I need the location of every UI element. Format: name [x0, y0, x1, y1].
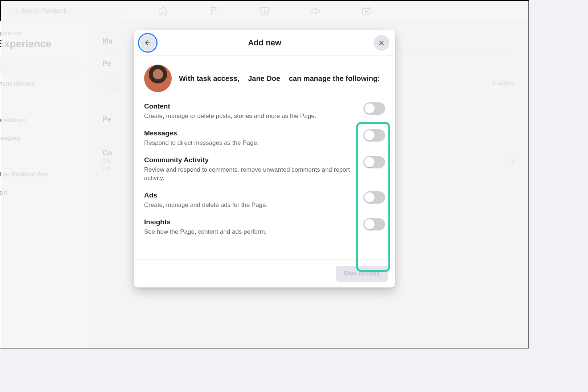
search-input[interactable]: Search Facebook: [7, 4, 123, 18]
avatar: [102, 73, 123, 93]
sidebar-item[interactable]: e Management History: [0, 75, 81, 93]
breadcrumb: New Pages Experience: [0, 30, 81, 36]
sidebar-item[interactable]: anced Messaging: [0, 130, 81, 147]
flag-icon[interactable]: [207, 4, 221, 18]
permission-content: Content Create, manage or delete posts, …: [144, 102, 385, 121]
permission-ads: Ads Create, manage and delete ads for th…: [144, 191, 385, 209]
sidebar-item[interactable]: nded content: [0, 184, 81, 201]
permission-desc: Respond to direct messages as the Page.: [144, 139, 259, 147]
bg-text: Co: [102, 157, 110, 164]
svg-line-1: [16, 12, 17, 13]
sidebar: New Pages Experience Pages Experience e …: [0, 21, 88, 348]
intro-prefix: With task access,: [179, 74, 240, 82]
permissions-list: Content Create, manage or delete posts, …: [144, 102, 385, 236]
sidebar-item[interactable]: e, Electoral or Political Ads: [0, 166, 81, 183]
top-nav-tabs: [156, 4, 373, 18]
permission-title: Ads: [144, 191, 268, 199]
toggle-insights[interactable]: [363, 218, 385, 230]
sidebar-item[interactable]: a sharing: [0, 148, 81, 165]
bg-text: o: [511, 157, 514, 172]
back-button[interactable]: [140, 35, 156, 51]
megaphone-icon[interactable]: [308, 4, 323, 18]
person-avatar: [144, 65, 172, 92]
modal-title: Add new: [248, 38, 281, 48]
chart-icon[interactable]: [257, 4, 272, 18]
permission-desc: Create, manage or delete posts, stories …: [144, 112, 316, 121]
modal-body: With task access, Jane Doe can manage th…: [134, 56, 395, 260]
toggle-content[interactable]: [363, 102, 385, 115]
person-name: Jane Doe: [248, 74, 280, 83]
search-icon: [12, 8, 18, 14]
top-nav: Search Facebook: [1, 1, 528, 21]
permission-community: Community Activity Review and respond to…: [144, 156, 385, 183]
add-new-modal: Add new With task access, Jane Doe can m…: [134, 30, 395, 287]
toggle-community[interactable]: [363, 156, 385, 168]
give-access-button[interactable]: Give Access: [336, 266, 388, 282]
modal-footer: Give Access: [134, 260, 395, 287]
permission-desc: Review and respond to comments, remove u…: [144, 166, 355, 183]
close-button[interactable]: [373, 35, 389, 51]
sidebar-item[interactable]: e access: [0, 57, 81, 74]
sidebar-item[interactable]: e quality: [0, 93, 81, 111]
toggle-messages[interactable]: [363, 129, 385, 142]
permission-desc: Create, manage and delete ads for the Pa…: [144, 201, 268, 209]
permission-title: Insights: [144, 218, 266, 226]
permission-title: Community Activity: [144, 156, 355, 164]
person-intro: With task access, Jane Doe can manage th…: [179, 74, 380, 83]
home-icon[interactable]: [156, 4, 170, 18]
permission-messages: Messages Respond to direct messages as t…: [144, 129, 385, 147]
sidebar-item[interactable]: e Recommendation: [0, 111, 81, 129]
permission-title: Content: [144, 102, 316, 110]
permission-insights: Insights See how the Page, content and a…: [144, 218, 385, 236]
close-icon: [378, 39, 385, 46]
page-title: Pages Experience: [0, 38, 81, 50]
bg-text: , Insights: [489, 79, 514, 87]
modal-header: Add new: [134, 30, 395, 56]
permission-desc: See how the Page, content and ads perfor…: [144, 228, 266, 236]
person-row: With task access, Jane Doe can manage th…: [144, 65, 385, 92]
intro-suffix: can manage the following:: [289, 74, 380, 82]
arrow-left-icon: [144, 39, 151, 46]
permission-title: Messages: [144, 129, 259, 137]
search-placeholder: Search Facebook: [21, 8, 66, 14]
svg-point-0: [13, 9, 17, 12]
video-icon[interactable]: [359, 4, 373, 18]
bg-text: vio: [102, 164, 110, 172]
toggle-ads[interactable]: [363, 191, 385, 204]
